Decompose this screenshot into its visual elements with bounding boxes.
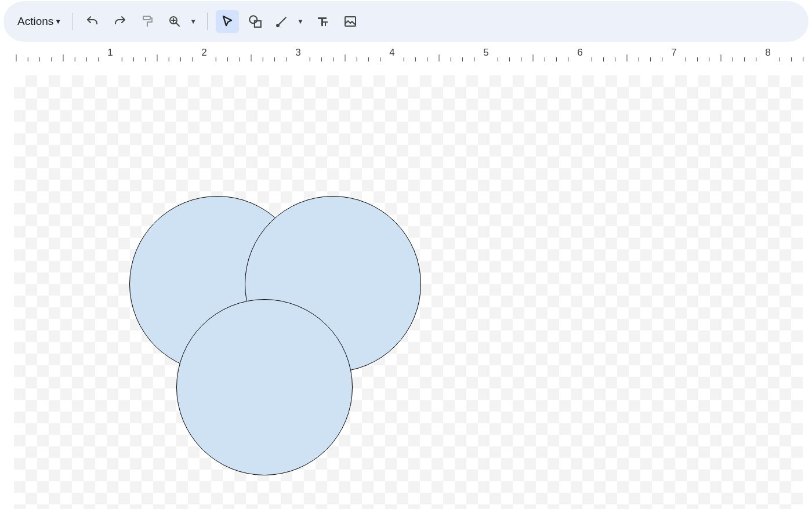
- svg-text:7: 7: [671, 47, 676, 58]
- svg-text:2: 2: [201, 47, 206, 58]
- line-dropdown-icon[interactable]: ▼: [297, 17, 304, 26]
- svg-rect-6: [255, 21, 261, 27]
- toolbar: Actions ▼ ▼ ▼: [3, 1, 809, 42]
- undo-button[interactable]: [81, 10, 104, 33]
- svg-point-5: [249, 16, 257, 23]
- horizontal-ruler: 12345678: [0, 44, 812, 67]
- svg-text:1: 1: [107, 47, 113, 58]
- paint-format-icon: [141, 14, 155, 28]
- svg-line-2: [176, 23, 179, 26]
- actions-menu-button[interactable]: Actions ▼: [13, 12, 66, 31]
- ellipse-shape[interactable]: [176, 299, 353, 475]
- separator: [207, 13, 208, 30]
- svg-text:5: 5: [483, 47, 488, 58]
- cursor-icon: [220, 14, 234, 28]
- text-tool-button[interactable]: [311, 10, 334, 33]
- line-tool-button[interactable]: [271, 10, 292, 33]
- svg-text:6: 6: [577, 47, 582, 58]
- image-icon: [343, 14, 357, 28]
- svg-text:8: 8: [765, 47, 770, 58]
- line-icon: [275, 14, 289, 28]
- redo-button[interactable]: [108, 10, 132, 33]
- separator: [72, 13, 72, 30]
- zoom-dropdown-icon[interactable]: ▼: [190, 17, 197, 26]
- canvas-area[interactable]: [0, 67, 812, 509]
- actions-label: Actions: [17, 15, 53, 28]
- svg-text:4: 4: [389, 47, 394, 58]
- svg-rect-0: [143, 16, 150, 20]
- zoom-button[interactable]: [164, 10, 185, 33]
- undo-icon: [85, 14, 99, 28]
- shape-icon: [248, 14, 263, 29]
- text-icon: [316, 14, 329, 28]
- paint-format-button[interactable]: [136, 10, 160, 33]
- zoom-icon: [168, 14, 182, 28]
- svg-text:3: 3: [295, 47, 300, 58]
- svg-point-8: [277, 24, 279, 27]
- caret-down-icon: ▼: [55, 17, 61, 26]
- image-tool-button[interactable]: [339, 10, 362, 33]
- shape-tool-button[interactable]: [244, 10, 267, 33]
- redo-icon: [113, 14, 127, 28]
- select-tool-button[interactable]: [216, 10, 239, 33]
